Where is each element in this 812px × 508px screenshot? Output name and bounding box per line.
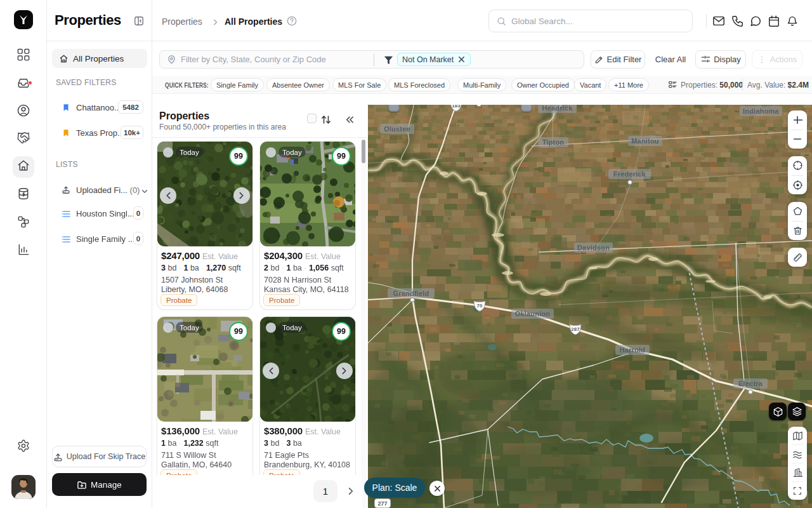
svg-text:183: 183 [452,105,461,109]
svg-text:287: 287 [571,326,580,332]
svg-text:70: 70 [477,303,483,309]
